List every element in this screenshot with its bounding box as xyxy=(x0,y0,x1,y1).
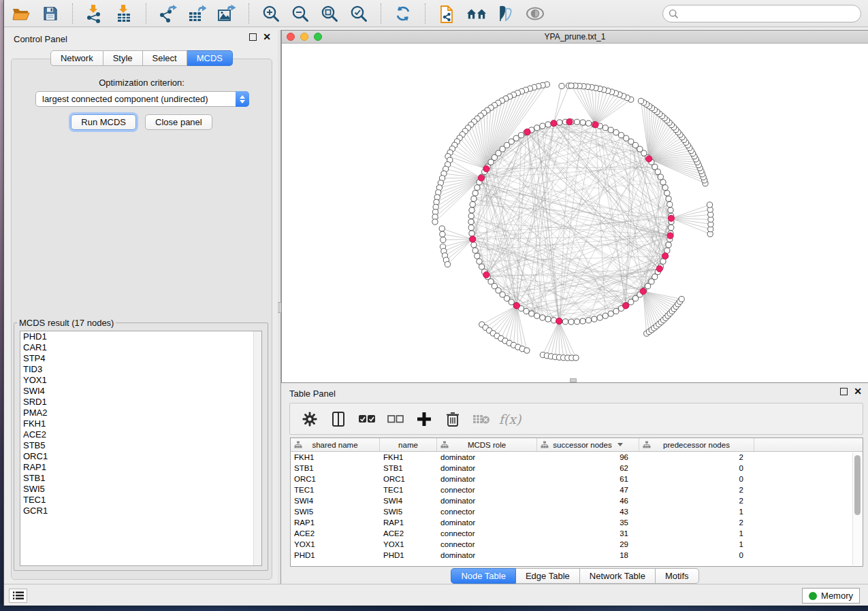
selected-node[interactable] xyxy=(662,253,669,259)
ring-node[interactable] xyxy=(469,208,475,213)
ring-node[interactable] xyxy=(545,316,551,322)
ring-node[interactable] xyxy=(557,120,562,125)
table-row[interactable]: RAP1RAP1dominator352 xyxy=(291,517,863,528)
satellite-node[interactable] xyxy=(707,202,712,208)
satellite-node[interactable] xyxy=(432,219,438,225)
ring-node[interactable] xyxy=(660,180,666,185)
ring-node[interactable] xyxy=(468,225,474,230)
mcds-result-item[interactable]: FKH1 xyxy=(20,418,261,429)
ring-node[interactable] xyxy=(471,242,477,248)
ring-node[interactable] xyxy=(580,318,585,324)
ring-node[interactable] xyxy=(471,196,477,201)
control-tab-network[interactable]: Network xyxy=(50,50,103,66)
ring-node[interactable] xyxy=(618,133,624,138)
ring-node[interactable] xyxy=(470,201,475,207)
table-scrollbar[interactable] xyxy=(852,452,862,565)
selected-node[interactable] xyxy=(478,175,484,181)
ring-node[interactable] xyxy=(540,315,545,320)
ring-node[interactable] xyxy=(592,316,597,322)
table-row[interactable]: YOX1YOX1connector291 xyxy=(291,539,863,550)
ring-node[interactable] xyxy=(658,174,663,180)
export-network-button[interactable] xyxy=(158,3,178,24)
table-row[interactable]: ACE2ACE2connector311 xyxy=(291,528,863,539)
satellite-node[interactable] xyxy=(524,348,530,353)
selected-node[interactable] xyxy=(551,120,557,127)
selected-node[interactable] xyxy=(513,303,519,309)
zoom-selected-button[interactable] xyxy=(349,3,369,24)
show-column-button[interactable] xyxy=(329,410,347,428)
selected-node[interactable] xyxy=(592,122,598,128)
selected-node[interactable] xyxy=(668,215,674,221)
ring-node[interactable] xyxy=(608,311,613,316)
selected-node[interactable] xyxy=(667,233,673,239)
ring-node[interactable] xyxy=(562,319,568,325)
search-input[interactable] xyxy=(682,7,861,20)
ring-node[interactable] xyxy=(518,133,524,138)
ring-node[interactable] xyxy=(668,208,673,213)
search-field[interactable] xyxy=(662,5,861,22)
ring-node[interactable] xyxy=(667,201,673,207)
ring-node[interactable] xyxy=(613,130,619,135)
mcds-result-item[interactable]: STB5 xyxy=(20,440,261,451)
ring-node[interactable] xyxy=(624,135,629,141)
ring-node[interactable] xyxy=(479,264,485,269)
close-panel-icon[interactable]: ✕ xyxy=(263,33,271,41)
export-image-button[interactable] xyxy=(216,3,237,24)
mcds-result-item[interactable]: SRD1 xyxy=(20,397,261,408)
mcds-result-item[interactable]: SWI5 xyxy=(20,484,261,495)
mcds-result-item[interactable]: ORC1 xyxy=(20,451,261,462)
selected-node[interactable] xyxy=(470,236,476,242)
selected-node[interactable] xyxy=(640,288,646,295)
mcds-result-item[interactable]: RAP1 xyxy=(20,462,261,473)
horizontal-splitter-grip[interactable] xyxy=(570,378,577,382)
table-row[interactable]: SWI5SWI5connector431 xyxy=(291,506,863,517)
ring-node[interactable] xyxy=(488,159,494,165)
ring-node[interactable] xyxy=(472,191,478,196)
save-session-button[interactable] xyxy=(40,3,61,24)
ring-node[interactable] xyxy=(568,319,574,325)
selected-node[interactable] xyxy=(483,271,489,278)
zoom-out-button[interactable] xyxy=(290,3,310,24)
ring-node[interactable] xyxy=(660,259,666,264)
ring-node[interactable] xyxy=(545,122,551,127)
selected-node[interactable] xyxy=(646,156,652,162)
ring-node[interactable] xyxy=(468,213,474,218)
optimization-criterion-select[interactable]: largest connected component (undirected) xyxy=(35,91,249,107)
selected-node[interactable] xyxy=(622,303,628,309)
table-row[interactable]: PHD1PHD1dominator180 xyxy=(291,550,863,561)
column-header-successor-nodes[interactable]: successor nodes xyxy=(537,438,639,451)
mcds-result-item[interactable]: GCR1 xyxy=(20,506,261,516)
mcds-result-item[interactable]: STB1 xyxy=(20,473,261,484)
mcds-result-item[interactable]: ACE2 xyxy=(20,429,261,440)
mcds-result-item[interactable]: PMA2 xyxy=(20,408,261,418)
table-tab-motifs[interactable]: Motifs xyxy=(656,568,699,584)
ring-node[interactable] xyxy=(662,185,668,191)
mcds-result-item[interactable]: SWI4 xyxy=(20,386,261,397)
memory-button[interactable]: Memory xyxy=(802,588,860,604)
ring-node[interactable] xyxy=(655,169,660,174)
close-panel-button[interactable]: Close panel xyxy=(145,114,212,130)
satellite-node[interactable] xyxy=(440,237,446,242)
selected-node[interactable] xyxy=(566,118,573,125)
column-header-MCDS-role[interactable]: MCDS role xyxy=(437,438,537,451)
table-tab-edge-table[interactable]: Edge Table xyxy=(516,568,580,584)
table-row[interactable]: TEC1TEC1connector472 xyxy=(291,484,863,495)
ring-node[interactable] xyxy=(613,308,619,314)
create-column-button[interactable] xyxy=(415,410,433,428)
satellite-node[interactable] xyxy=(568,83,574,88)
ring-node[interactable] xyxy=(475,253,480,259)
show-panels-list-button[interactable] xyxy=(9,589,27,603)
ring-node[interactable] xyxy=(468,219,474,225)
ring-node[interactable] xyxy=(509,299,514,305)
selected-node[interactable] xyxy=(524,129,530,135)
table-row[interactable]: FKH1FKH1dominator962 xyxy=(291,452,863,463)
satellite-node[interactable] xyxy=(573,355,579,361)
table-tab-node-table[interactable]: Node Table xyxy=(451,568,516,584)
import-network-button[interactable] xyxy=(84,3,105,24)
table-row[interactable]: SWI4SWI4dominator462 xyxy=(291,495,863,506)
mcds-list-scrollbar[interactable] xyxy=(253,331,261,565)
satellite-node[interactable] xyxy=(445,261,450,267)
column-header-shared-name[interactable]: shared name xyxy=(291,438,380,451)
float-panel-icon[interactable] xyxy=(249,33,257,41)
control-tab-style[interactable]: Style xyxy=(103,50,143,66)
